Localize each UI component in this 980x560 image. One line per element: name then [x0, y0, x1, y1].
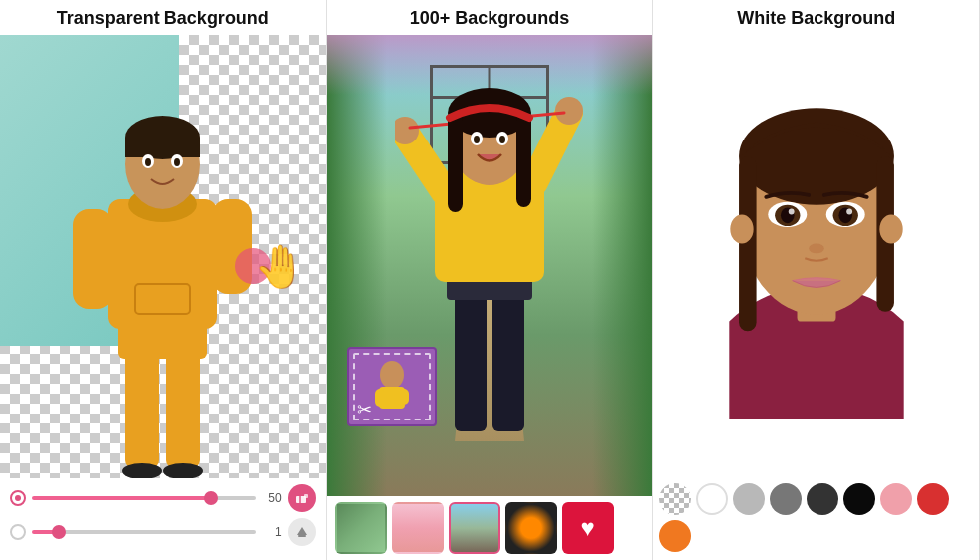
svg-rect-21: [455, 292, 487, 431]
color-swatch-transparent[interactable]: [659, 483, 691, 515]
svg-rect-32: [516, 113, 531, 207]
panel-white-bg: White Background: [653, 0, 980, 560]
panel3-image-area: [653, 35, 979, 475]
size-value: 50: [262, 491, 282, 505]
heart-icon: ♥: [581, 514, 595, 542]
panel2-thumbnail[interactable]: ✂: [347, 347, 437, 426]
panel1-title: Transparent Background: [0, 0, 326, 35]
fill-radio[interactable]: [10, 524, 26, 540]
opacity-value: 1: [262, 525, 282, 539]
svg-point-12: [145, 158, 151, 166]
svg-point-56: [809, 244, 824, 254]
svg-rect-44: [739, 156, 757, 331]
bg-thumb-dark[interactable]: [505, 502, 557, 554]
slider1-row: 50: [10, 484, 316, 512]
color-swatch-orange[interactable]: [659, 520, 691, 552]
slider2-row: 1: [10, 518, 316, 546]
color-swatch-pink[interactable]: [880, 483, 912, 515]
svg-rect-19: [304, 494, 308, 498]
opacity-slider-thumb[interactable]: [52, 525, 66, 539]
color-swatch-black[interactable]: [843, 483, 875, 515]
svg-point-28: [555, 97, 583, 125]
opacity-slider[interactable]: [32, 530, 256, 534]
panel2-bottom-bar: ♥: [327, 496, 653, 560]
right-trees: [592, 35, 652, 496]
fill-icon: [295, 525, 309, 539]
panel1-image-area: 🤚: [0, 35, 326, 478]
svg-rect-31: [448, 113, 463, 212]
panel-backgrounds: 100+ Backgrounds: [327, 0, 654, 560]
panel1-controls: 50 1: [0, 478, 326, 560]
svg-point-13: [174, 158, 180, 166]
eraser-icon: [295, 491, 309, 505]
svg-point-35: [474, 136, 480, 143]
size-slider-thumb[interactable]: [204, 491, 218, 505]
bg-thumb-path[interactable]: [449, 502, 500, 554]
svg-point-36: [499, 136, 505, 143]
hand-cursor-icon: 🤚: [254, 242, 306, 291]
panel3-color-bar: [653, 475, 979, 560]
bg-thumb-forest[interactable]: [335, 502, 387, 554]
color-swatch-red[interactable]: [917, 483, 949, 515]
color-swatch-gray[interactable]: [770, 483, 802, 515]
eraser-button[interactable]: [288, 484, 316, 512]
person3-svg: [697, 40, 936, 419]
bg-thumb-heart[interactable]: ♥: [562, 502, 614, 554]
svg-point-46: [730, 214, 753, 243]
left-trees: [327, 35, 387, 496]
panel2-image-area: ✂: [327, 35, 653, 496]
svg-rect-9: [125, 138, 200, 157]
panel2-title: 100+ Backgrounds: [327, 0, 653, 35]
person1-svg: [63, 100, 262, 478]
eraser-radio[interactable]: [10, 490, 26, 506]
color-swatch-darkgray[interactable]: [807, 483, 838, 515]
scissors-icon: ✂: [357, 399, 372, 420]
panel-transparent: Transparent Background: [0, 0, 327, 560]
svg-point-54: [788, 209, 794, 215]
color-swatch-lightgray[interactable]: [733, 483, 765, 515]
color-swatch-white[interactable]: [696, 483, 728, 515]
svg-rect-20: [298, 535, 306, 537]
bg-thumb-blossom[interactable]: [392, 502, 444, 554]
svg-point-55: [846, 209, 852, 215]
svg-rect-22: [492, 292, 524, 431]
svg-rect-5: [73, 209, 113, 309]
size-slider[interactable]: [32, 496, 256, 500]
svg-point-47: [879, 214, 902, 243]
fill-button[interactable]: [288, 518, 316, 546]
panel3-title: White Background: [653, 0, 979, 35]
